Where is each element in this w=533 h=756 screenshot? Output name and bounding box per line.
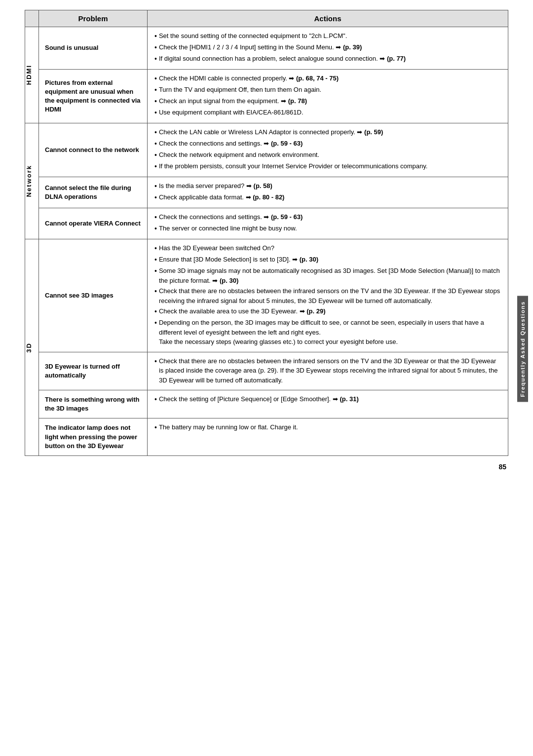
bullet-point: • [154,31,157,41]
faq-sidebar: Frequently Asked Questions [517,296,528,402]
action-text: Check the HDMI cable is connected proper… [159,74,339,83]
section-label-cell: 3D [25,239,39,456]
action-item: •Check the LAN cable or Wireless LAN Ada… [154,127,501,138]
action-item: •Some 3D image signals may not be automa… [154,266,501,285]
action-text: The battery may be running low or flat. … [159,422,298,432]
problem-cell: Cannot see 3D images [39,239,148,352]
problem-cell: There is something wrong with the 3D ima… [39,390,148,418]
problem-header: Problem [39,10,148,27]
bullet-point: • [154,192,157,203]
bullet-point: • [154,422,157,433]
action-text: Check applicable data format. ➡ (p. 80 -… [159,192,285,202]
action-text: Check the available area to use the 3D E… [159,306,326,316]
action-item: •Check the connections and settings. ➡ (… [154,139,501,149]
action-item: •Turn the TV and equipment Off, then tur… [154,85,501,95]
action-item: •Check the setting of [Picture Sequence]… [154,394,501,405]
action-text: Use equipment compliant with EIA/CEA-861… [159,108,304,117]
problem-cell: Cannot connect to the network [39,123,148,177]
action-item: •If digital sound connection has a probl… [154,54,501,64]
action-text: Turn the TV and equipment Off, then turn… [159,85,321,95]
action-item: •Check the network equipment and network… [154,150,501,160]
action-text: Check the LAN cable or Wireless LAN Adap… [159,127,383,137]
actions-cell: •The battery may be running low or flat.… [148,418,508,456]
table-row: 3D Eyewear is turned off automatically•C… [25,352,508,390]
action-item: •Check that there are no obstacles betwe… [154,356,501,385]
page-wrapper: Problem Actions HDMISound is unusual•Set… [25,10,508,471]
action-item: •Depending on the person, the 3D images … [154,318,501,347]
bullet-point: • [154,356,157,367]
action-item: •Use equipment compliant with EIA/CEA-86… [154,108,501,118]
table-row: NetworkCannot connect to the network•Che… [25,123,508,177]
action-text: Check that there are no obstacles betwee… [159,356,501,385]
actions-cell: •Has the 3D Eyewear been switched On?•En… [148,239,508,352]
action-text: If the problem persists, consult your In… [159,161,428,171]
action-item: •Ensure that [3D Mode Selection] is set … [154,255,501,265]
bullet-point: • [154,318,157,328]
table-row: Pictures from external equipment are unu… [25,70,508,123]
bullet-point: • [154,54,157,64]
action-item: •Is the media server prepared? ➡ (p. 58) [154,181,501,191]
action-text: Check the setting of [Picture Sequence] … [159,394,359,404]
action-item: •Check the HDMI cable is connected prope… [154,74,501,84]
bullet-point: • [154,212,157,223]
action-text: Has the 3D Eyewear been switched On? [159,243,274,253]
bullet-point: • [154,42,157,53]
bullet-point: • [154,96,157,107]
action-text: Check that there are no obstacles betwee… [159,286,501,305]
section-label: Network [25,163,33,199]
action-text: Check the connections and settings. ➡ (p… [159,139,303,149]
bullet-point: • [154,108,157,118]
bullet-point: • [154,394,157,405]
bullet-point: • [154,85,157,95]
action-item: •Check the connections and settings. ➡ (… [154,212,501,223]
action-text: If digital sound connection has a proble… [159,54,406,64]
problem-cell: Cannot select the file during DLNA opera… [39,177,148,208]
bullet-point: • [154,139,157,149]
actions-cell: •Check the setting of [Picture Sequence]… [148,390,508,418]
action-text: Depending on the person, the 3D images m… [159,318,501,347]
actions-cell: •Set the sound setting of the connected … [148,27,508,70]
bullet-point: • [154,286,157,297]
table-row: The indicator lamp does not light when p… [25,418,508,456]
table-row: 3DCannot see 3D images•Has the 3D Eyewea… [25,239,508,352]
action-item: •Check applicable data format. ➡ (p. 80 … [154,192,501,203]
actions-cell: •Check that there are no obstacles betwe… [148,352,508,390]
action-text: Check the network equipment and network … [159,150,319,160]
action-item: •The server or connected line might be b… [154,224,501,234]
action-item: •Check the [HDMI1 / 2 / 3 / 4 Input] set… [154,42,501,53]
action-item: •Set the sound setting of the connected … [154,31,501,41]
action-item: •Check that there are no obstacles betwe… [154,286,501,305]
action-text: Is the media server prepared? ➡ (p. 58) [159,181,272,191]
section-label: HDMI [25,63,33,87]
bullet-point: • [154,127,157,138]
action-item: •If the problem persists, consult your I… [154,161,501,172]
bullet-point: • [154,266,157,276]
action-text: Some 3D image signals may not be automat… [159,266,501,285]
actions-cell: •Check the HDMI cable is connected prope… [148,70,508,123]
table-row: Cannot select the file during DLNA opera… [25,177,508,208]
action-text: Check an input signal from the equipment… [159,96,307,106]
actions-header: Actions [148,10,508,27]
bullet-point: • [154,74,157,84]
action-item: •Check the available area to use the 3D … [154,306,501,317]
action-text: Check the [HDMI1 / 2 / 3 / 4 Input] sett… [159,42,362,52]
section-label-cell: Network [25,123,39,239]
problem-cell: 3D Eyewear is turned off automatically [39,352,148,390]
actions-cell: •Check the LAN cable or Wireless LAN Ada… [148,123,508,177]
action-text: Set the sound setting of the connected e… [159,31,347,41]
empty-header [25,10,39,27]
bullet-point: • [154,161,157,172]
problem-cell: The indicator lamp does not light when p… [39,418,148,456]
bullet-point: • [154,255,157,265]
table-row: There is something wrong with the 3D ima… [25,390,508,418]
bullet-point: • [154,243,157,254]
page-number: 85 [25,463,508,471]
table-row: Cannot operate VIERA Connect•Check the c… [25,208,508,239]
problem-cell: Pictures from external equipment are unu… [39,70,148,123]
bullet-point: • [154,306,157,317]
actions-cell: •Is the media server prepared? ➡ (p. 58)… [148,177,508,208]
main-table: Problem Actions HDMISound is unusual•Set… [25,10,508,456]
action-item: •The battery may be running low or flat.… [154,422,501,433]
action-item: •Has the 3D Eyewear been switched On? [154,243,501,254]
bullet-point: • [154,224,157,234]
